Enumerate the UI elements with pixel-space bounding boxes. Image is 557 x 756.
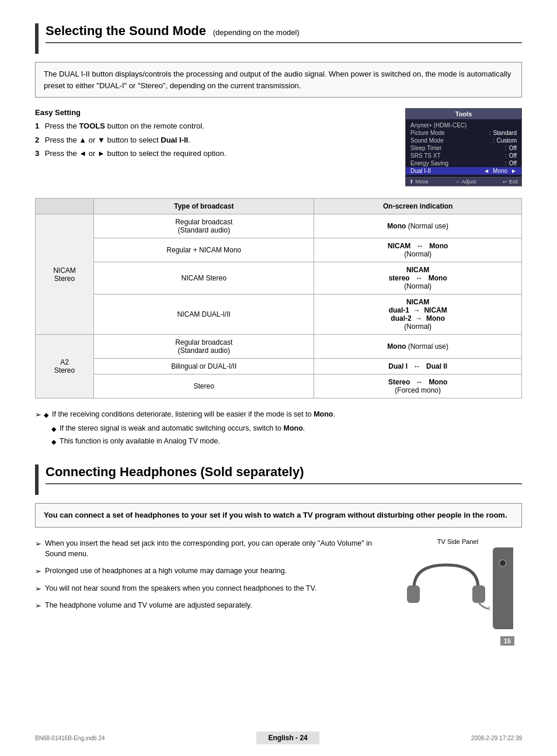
table-header-type: Type of broadcast xyxy=(94,199,314,214)
easy-setting-container: Easy Setting 1 Press the TOOLS button on… xyxy=(35,108,522,186)
table-header-indication: On-screen indication xyxy=(314,199,522,214)
hp-note-text-1: When you insert the head set jack into t… xyxy=(45,538,382,560)
section1-intro: The DUAL I-II button displays/controls t… xyxy=(35,62,522,98)
tools-menu-items: Anynet+ (HDMI-CEC) Picture Mode : Standa… xyxy=(406,119,521,177)
hp-note-text-4: The headphone volume and TV volume are a… xyxy=(45,600,252,611)
hp-note-text-2: Prolonged use of headphones at a high vo… xyxy=(45,566,287,577)
section1-intro-text: The DUAL I-II button displays/controls t… xyxy=(44,70,511,90)
table-row: A2Stereo Regular broadcast(Standard audi… xyxy=(36,335,522,359)
easy-setting-text: Easy Setting 1 Press the TOOLS button on… xyxy=(35,108,394,162)
table-row: Stereo Stereo ↔ Mono(Forced mono) xyxy=(36,374,522,398)
headphone-note-1: ➢ When you insert the head set jack into… xyxy=(35,538,382,560)
footer: BN68-01416B-Eng.indb 24 English - 24 200… xyxy=(0,731,557,744)
footer-exit: ↩ Exit xyxy=(503,179,518,185)
step-2-bold: Dual I-II xyxy=(161,136,188,144)
table-row: NICAM DUAL-I/II NICAMdual-1 → NICAMdual-… xyxy=(36,294,522,335)
hp-arrow-1: ➢ xyxy=(35,538,41,550)
footer-move: ⬆ Move xyxy=(409,179,429,185)
headphone-jack xyxy=(499,559,507,567)
table-row-indication-5: Mono (Normal use) xyxy=(314,335,522,359)
page-number-badge: 15 xyxy=(500,636,514,646)
headphone-note-3: ➢ You will not hear sound from the speak… xyxy=(35,583,382,595)
note-item-1: ➢ ◆ If the receiving conditions deterior… xyxy=(35,409,522,421)
footer-adjust: ↔ Adjust xyxy=(455,179,476,185)
step-2: 2 Press the ▲ or ▼ button to select Dual… xyxy=(35,134,394,146)
broadcast-table: Type of broadcast On-screen indication N… xyxy=(35,198,522,398)
page: Selecting the Sound Mode (depending on t… xyxy=(0,0,557,756)
table-row: NICAMStereo Regular broadcast(Standard a… xyxy=(36,214,522,238)
tools-menu-footer: ⬆ Move ↔ Adjust ↩ Exit xyxy=(406,177,521,186)
hp-note-text-3: You will not hear sound from the speaker… xyxy=(45,583,316,594)
headphones-content: ➢ When you insert the head set jack into… xyxy=(35,538,522,629)
tools-menu-item-picture: Picture Mode : Standard xyxy=(406,129,521,137)
note-item-2: ◆ If the stereo signal is weak and autom… xyxy=(35,423,522,434)
table-row-type-4: NICAM DUAL-I/II xyxy=(94,294,314,335)
section2-title-block: Connecting Headphones (Sold separately) xyxy=(46,464,522,484)
note-diamond-icon-2: ◆ xyxy=(51,424,56,434)
note-diamond-icon-3: ◆ xyxy=(51,437,56,447)
headphone-note-4: ➢ The headphone volume and TV volume are… xyxy=(35,600,382,612)
tools-menu-title: Tools xyxy=(406,109,521,119)
note-item-3: ◆ This function is only available in Ana… xyxy=(35,436,522,447)
notes-section: ➢ ◆ If the receiving conditions deterior… xyxy=(35,409,522,447)
table-row-indication-7: Stereo ↔ Mono(Forced mono) xyxy=(314,374,522,398)
headphones-image-area: TV Side Panel xyxy=(394,538,522,629)
table-row-indication-4: NICAMdual-1 → NICAMdual-2 → Mono(Normal) xyxy=(314,294,522,335)
table-row-type-3: NICAM Stereo xyxy=(94,262,314,294)
footer-right: 2008-2-29 17:22:39 xyxy=(471,735,522,741)
step-1-bold: TOOLS xyxy=(79,122,105,130)
step-3: 3 Press the ◄ or ► button to select the … xyxy=(35,148,394,159)
hp-arrow-3: ➢ xyxy=(35,583,41,595)
table-row-type-7: Stereo xyxy=(94,374,314,398)
dual-right-arrow: ► xyxy=(511,168,517,174)
footer-center: English - 24 xyxy=(256,731,319,744)
easy-setting-title: Easy Setting xyxy=(35,108,394,117)
table-row: NICAM Stereo NICAMstereo ↔ Mono(Normal) xyxy=(36,262,522,294)
table-row-indication-1: Mono (Normal use) xyxy=(314,214,522,238)
footer-left: BN68-01416B-Eng.indb 24 xyxy=(35,735,105,741)
table-row: Bilingual or DUAL-I/II Dual I ↔ Dual II xyxy=(36,359,522,374)
note-text-2: If the stereo signal is weak and automat… xyxy=(60,423,305,434)
step-2-num: 2 xyxy=(35,136,39,144)
svg-rect-0 xyxy=(407,585,420,603)
tv-graphic-container: 15 xyxy=(394,547,522,629)
easy-setting-steps: 1 Press the TOOLS button on the remote c… xyxy=(35,120,394,159)
note-text-1: If the receiving conditions deteriorate,… xyxy=(52,409,335,420)
note-text-3: This function is only available in Analo… xyxy=(60,436,220,447)
table-row-indication-3: NICAMstereo ↔ Mono(Normal) xyxy=(314,262,522,294)
table-row-indication-2: NICAM ↔ Mono(Normal) xyxy=(314,238,522,262)
headphone-note-2: ➢ Prolonged use of headphones at a high … xyxy=(35,566,382,577)
section1-bar xyxy=(35,23,39,54)
tools-menu: Tools Anynet+ (HDMI-CEC) Picture Mode : … xyxy=(405,108,522,186)
footer-page-label: English - 24 xyxy=(268,734,307,742)
section2-title: Connecting Headphones (Sold separately) xyxy=(46,464,304,479)
section2: Connecting Headphones (Sold separately) … xyxy=(35,464,522,629)
dual-left-arrow: ◄ xyxy=(483,168,489,174)
hp-arrow-4: ➢ xyxy=(35,600,41,612)
table-row-indication-6: Dual I ↔ Dual II xyxy=(314,359,522,374)
section2-bar xyxy=(35,464,39,495)
table-row-group-nicam: NICAMStereo xyxy=(36,214,94,335)
tools-menu-item-sleep: Sleep Timer : Off xyxy=(406,144,521,152)
table-row: Regular + NICAM Mono NICAM ↔ Mono(Normal… xyxy=(36,238,522,262)
tools-menu-item-dual: Dual I-II ◄ Mono ► xyxy=(406,167,521,175)
section2-intro-text: You can connect a set of headphones to y… xyxy=(44,511,507,519)
step-3-num: 3 xyxy=(35,149,39,158)
section1-title: Selecting the Sound Mode xyxy=(46,23,206,38)
step-1-num: 1 xyxy=(35,122,39,130)
table-header-col0 xyxy=(36,199,94,214)
table-row-type-5: Regular broadcast(Standard audio) xyxy=(94,335,314,359)
tv-side-panel-label: TV Side Panel xyxy=(394,538,522,545)
tv-side-panel: 15 xyxy=(493,547,513,629)
dual-value: Mono xyxy=(493,168,507,174)
table-row-type-6: Bilingual or DUAL-I/II xyxy=(94,359,314,374)
note-arrow-icon: ➢ xyxy=(35,409,41,421)
svg-rect-1 xyxy=(472,585,485,603)
section2-intro: You can connect a set of headphones to y… xyxy=(35,503,522,528)
step-1: 1 Press the TOOLS button on the remote c… xyxy=(35,120,394,132)
tools-menu-item-anynet: Anynet+ (HDMI-CEC) xyxy=(406,122,521,129)
table-row-type-1: Regular broadcast(Standard audio) xyxy=(94,214,314,238)
headphone-svg xyxy=(402,556,490,620)
table-row-group-a2: A2Stereo xyxy=(36,335,94,398)
note-diamond-icon-1: ◆ xyxy=(44,410,48,420)
